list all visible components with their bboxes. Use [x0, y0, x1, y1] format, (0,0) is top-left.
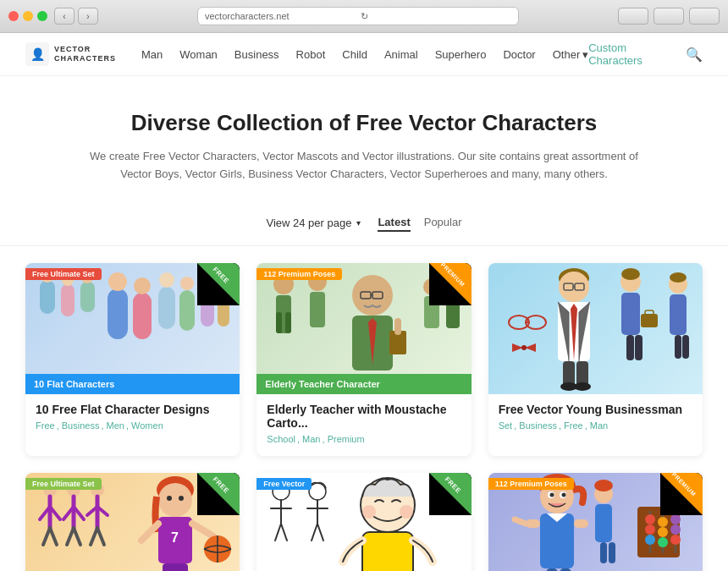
- nav-woman[interactable]: Woman: [179, 48, 218, 61]
- tag-link[interactable]: School: [267, 434, 295, 444]
- nav-superhero[interactable]: Superhero: [435, 48, 487, 61]
- card-2-top-label: 112 Premium Poses: [256, 268, 342, 280]
- svg-point-124: [670, 514, 681, 524]
- tag-link[interactable]: Business: [62, 420, 100, 431]
- svg-rect-145: [609, 542, 615, 563]
- card-2-title: Elderly Teacher with Moustache Carto...: [267, 403, 461, 430]
- tag-link[interactable]: Premium: [328, 434, 365, 444]
- card-cartoon-teacher[interactable]: 112 Premium Poses Cartoon Teacher Charac…: [488, 473, 703, 571]
- nav-other[interactable]: Other ▾: [553, 48, 589, 61]
- hero-description: We create Free Vector Characters, Vector…: [76, 148, 652, 184]
- card-grid: Free Ultimate Set 10 Flat Characters FRE…: [25, 263, 703, 571]
- nav-man[interactable]: Man: [141, 48, 163, 61]
- url-bar[interactable]: vectorcharacters.net ↻: [197, 7, 519, 25]
- svg-text:7: 7: [171, 530, 179, 545]
- traffic-lights: [8, 11, 47, 21]
- card-1-image: Free Ultimate Set 10 Flat Characters FRE…: [25, 263, 240, 394]
- svg-rect-6: [80, 282, 95, 312]
- card-6-top-label: 112 Premium Poses: [488, 478, 574, 490]
- card-1-badge: FREE: [197, 263, 240, 305]
- svg-rect-12: [158, 287, 175, 329]
- card-elderly-teacher[interactable]: 112 Premium Poses Elderly Teacher Charac…: [256, 263, 471, 456]
- nav-animal[interactable]: Animal: [384, 48, 418, 61]
- nav-doctor[interactable]: Doctor: [503, 48, 535, 61]
- card-hand-drawn-boy[interactable]: Free Vector Hand Drawn Vector Boy FREE F…: [256, 473, 471, 571]
- view-select[interactable]: View 24 per page ▾: [266, 217, 361, 229]
- tag-link[interactable]: Business: [519, 420, 557, 431]
- svg-rect-51: [621, 293, 640, 335]
- card-4-image: 7: [25, 473, 240, 571]
- svg-rect-60: [682, 335, 689, 359]
- back-button[interactable]: ‹: [54, 8, 74, 25]
- svg-line-102: [281, 524, 287, 541]
- svg-rect-8: [108, 288, 128, 339]
- nav-robot[interactable]: Robot: [296, 48, 326, 61]
- page: 👤 VECTOR CHARACTERS Man Woman Business R…: [0, 33, 728, 571]
- view-label: View 24 per page: [266, 217, 351, 229]
- tag-link[interactable]: Free: [36, 420, 55, 431]
- close-button[interactable]: [8, 11, 19, 21]
- tag-link[interactable]: Women: [131, 420, 163, 431]
- svg-point-118: [645, 514, 655, 524]
- browser-chrome: ‹ › vectorcharacters.net ↻: [0, 0, 728, 33]
- svg-point-142: [594, 480, 613, 491]
- win-btn-2[interactable]: [654, 8, 684, 25]
- svg-point-131: [550, 492, 554, 497]
- minimize-button[interactable]: [23, 11, 33, 21]
- svg-rect-93: [163, 563, 188, 571]
- svg-rect-10: [133, 293, 152, 339]
- svg-point-132: [562, 492, 566, 497]
- svg-rect-59: [675, 335, 681, 359]
- svg-point-121: [658, 517, 668, 527]
- svg-line-82: [97, 528, 104, 545]
- tag-link[interactable]: Men: [107, 420, 124, 431]
- tag-link[interactable]: Man: [302, 434, 320, 444]
- card-3-info: Free Vector Young Businessman Set, Busin…: [488, 394, 703, 442]
- win-btn-1[interactable]: [618, 8, 648, 25]
- maximize-button[interactable]: [37, 11, 47, 21]
- card-4-top-label: Free Ultimate Set: [25, 478, 102, 490]
- nav-child[interactable]: Child: [342, 48, 367, 61]
- sort-tab-latest[interactable]: Latest: [378, 214, 410, 232]
- card-1-tags: Free, Business, Men, Women: [36, 420, 229, 431]
- card-3-tags: Set, Business, Free, Man: [499, 420, 692, 431]
- card-6-image: 112 Premium Poses Cartoon Teacher Charac…: [488, 473, 703, 571]
- forward-button[interactable]: ›: [78, 8, 98, 25]
- hero-title: Diverse Collection of Free Vector Charac…: [51, 110, 677, 136]
- logo-icon: 👤: [25, 42, 49, 66]
- svg-line-106: [312, 524, 317, 541]
- logo[interactable]: 👤 VECTOR CHARACTERS: [25, 42, 116, 66]
- nav-links: Man Woman Business Robot Child Animal Su…: [141, 48, 588, 61]
- sort-tab-popular[interactable]: Popular: [424, 214, 462, 232]
- svg-point-120: [645, 535, 655, 545]
- tag-link[interactable]: Set: [499, 420, 513, 431]
- card-basketball-player[interactable]: 7: [25, 473, 240, 571]
- refresh-icon[interactable]: ↻: [361, 11, 511, 22]
- tag-link[interactable]: Man: [590, 420, 608, 431]
- svg-rect-2: [40, 280, 55, 314]
- card-1-top-label: Free Ultimate Set: [25, 268, 102, 280]
- svg-line-75: [67, 528, 74, 545]
- svg-rect-138: [560, 568, 571, 571]
- tag-link[interactable]: Free: [564, 420, 583, 431]
- nav-business[interactable]: Business: [234, 48, 279, 61]
- card-flat-characters[interactable]: Free Ultimate Set 10 Flat Characters FRE…: [25, 263, 240, 456]
- card-young-businessman[interactable]: Free Vector Young Businessman Set, Busin…: [488, 263, 703, 456]
- win-btn-3[interactable]: [689, 8, 720, 25]
- search-icon[interactable]: 🔍: [686, 47, 703, 63]
- card-grid-section: Free Ultimate Set 10 Flat Characters FRE…: [0, 246, 728, 571]
- svg-point-50: [621, 268, 640, 280]
- svg-point-11: [134, 277, 151, 294]
- logo-text: VECTOR CHARACTERS: [54, 45, 116, 63]
- svg-line-81: [91, 528, 97, 545]
- view-chevron-icon: ▾: [356, 218, 361, 228]
- svg-rect-53: [635, 335, 643, 360]
- card-2-tags: School, Man, Premium: [267, 434, 461, 444]
- svg-rect-25: [310, 292, 325, 327]
- svg-line-136: [515, 519, 526, 524]
- svg-line-90: [192, 524, 213, 536]
- sort-tabs: Latest Popular: [378, 214, 461, 232]
- nav-custom-characters[interactable]: Custom Characters: [588, 41, 673, 67]
- svg-point-126: [670, 535, 681, 545]
- card-2-badge: PREMIUM: [429, 263, 472, 305]
